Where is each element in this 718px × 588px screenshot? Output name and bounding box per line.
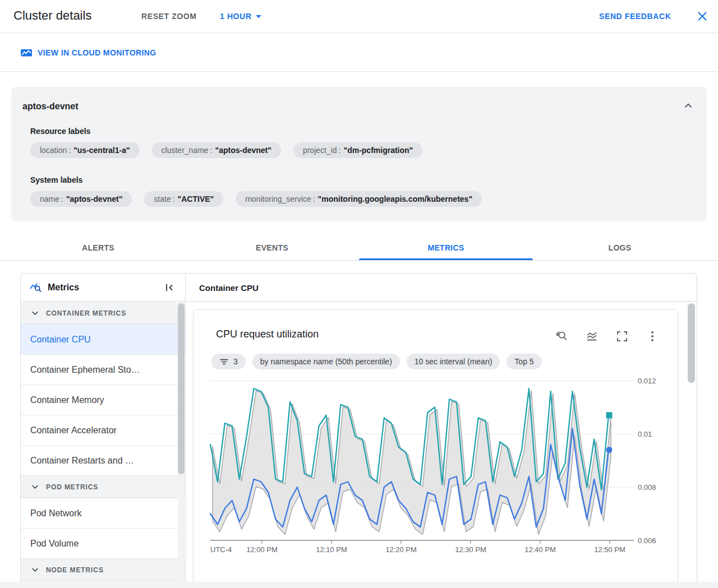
label-value: "monitoring.googleapis.com/kubernetes"	[318, 195, 472, 203]
time-range-label: 1 HOUR	[220, 12, 252, 21]
section-node-metrics[interactable]: NODE METRICS	[21, 559, 185, 581]
label-key: project_id	[303, 146, 337, 155]
resource-label-chip: location:"us-central1-a"	[30, 142, 140, 158]
sidebar-item-container-accelerator[interactable]: Container Accelerator	[21, 415, 185, 446]
main-scrollbar[interactable]	[688, 303, 695, 383]
close-button[interactable]	[694, 8, 710, 24]
cluster-name: aptos-devnet	[22, 101, 79, 112]
sidebar-item-container-cpu[interactable]: Container CPU	[21, 325, 185, 355]
chart-card: CPU request utilization	[193, 309, 678, 588]
selected-metric-title: Container CPU	[199, 283, 259, 293]
collapse-left-icon	[163, 281, 176, 294]
tab-metrics[interactable]: METRICS	[359, 235, 533, 260]
sidebar-item-container-restarts[interactable]: Container Restarts and …	[21, 446, 185, 476]
svg-text:0.012: 0.012	[638, 377, 656, 385]
svg-text:12:30 PM: 12:30 PM	[455, 545, 486, 554]
label-key: name	[40, 195, 59, 203]
close-icon	[694, 8, 710, 24]
label-value: "aptos-devnet"	[66, 195, 122, 203]
section-label: POD METRICS	[46, 483, 98, 491]
svg-text:0.006: 0.006	[638, 536, 656, 545]
tab-events[interactable]: EVENTS	[185, 235, 359, 260]
svg-text:12:40 PM: 12:40 PM	[524, 545, 556, 554]
label-key: state	[154, 195, 171, 203]
chevron-up-icon	[681, 98, 696, 113]
metrics-panel: Metrics CONTAINER METRICS Container CPU …	[20, 273, 697, 588]
label-value: "ACTIVE"	[178, 195, 214, 203]
section-label: NODE METRICS	[46, 566, 104, 574]
main-header: Container CPU	[186, 274, 697, 302]
view-in-cloud-monitoring-link[interactable]: VIEW IN CLOUD MONITORING	[20, 47, 157, 58]
svg-text:12:00 PM: 12:00 PM	[246, 545, 278, 554]
tab-logs[interactable]: LOGS	[533, 235, 707, 260]
collapse-card-button[interactable]	[681, 98, 696, 113]
cpu-utilization-chart[interactable]: 0.0120.010.0080.00612:00 PM12:10 PM12:20…	[194, 310, 678, 588]
label-key: cluster_name	[162, 146, 209, 155]
svg-text:12:20 PM: 12:20 PM	[385, 545, 417, 554]
svg-text:12:10 PM: 12:10 PM	[316, 545, 347, 554]
sidebar-item-container-ephemeral-storage[interactable]: Container Ephemeral Sto…	[21, 355, 185, 385]
svg-text:12:50 PM: 12:50 PM	[594, 545, 625, 554]
metrics-sidebar: Metrics CONTAINER METRICS Container CPU …	[21, 274, 186, 588]
system-label-chip: state:"ACTIVE"	[144, 191, 223, 207]
section-container-metrics[interactable]: CONTAINER METRICS	[21, 302, 185, 325]
tab-bar: ALERTS EVENTS METRICS LOGS	[0, 235, 718, 261]
bottom-strip	[0, 582, 718, 588]
label-key: location	[40, 146, 67, 155]
page-title: Cluster details	[13, 8, 91, 23]
svg-text:UTC-4: UTC-4	[210, 545, 232, 554]
tab-alerts[interactable]: ALERTS	[11, 235, 185, 260]
system-label-chip: monitoring_service:"monitoring.googleapi…	[236, 191, 482, 207]
sidebar-item-pod-network[interactable]: Pod Network	[21, 498, 185, 529]
monitoring-chart-icon	[20, 47, 33, 58]
monitoring-link-label: VIEW IN CLOUD MONITORING	[38, 48, 157, 57]
label-value: "dm-pcfmigration"	[344, 146, 413, 155]
resource-label-chip: cluster_name:"aptos-devnet"	[152, 142, 281, 158]
system-label-chip: name:"aptos-devnet"	[30, 191, 132, 207]
reset-zoom-button[interactable]: RESET ZOOM	[141, 12, 197, 21]
sidebar-list: CONTAINER METRICS Container CPU Containe…	[21, 302, 185, 581]
time-range-dropdown[interactable]: 1 HOUR	[220, 12, 261, 21]
chevron-down-icon	[30, 481, 40, 492]
send-feedback-button[interactable]: SEND FEEDBACK	[599, 12, 671, 21]
label-value: "aptos-devnet"	[215, 146, 271, 155]
chevron-down-icon	[30, 308, 40, 318]
sidebar-header: Metrics	[21, 274, 185, 302]
svg-text:0.008: 0.008	[638, 483, 656, 492]
sidebar-item-pod-volume[interactable]: Pod Volume	[21, 529, 185, 559]
label-key: monitoring_service	[245, 195, 311, 203]
chevron-down-icon	[30, 564, 40, 575]
sidebar-item-container-memory[interactable]: Container Memory	[21, 385, 185, 415]
section-label: CONTAINER METRICS	[46, 309, 126, 317]
collapse-sidebar-button[interactable]	[163, 281, 176, 294]
system-labels-row: name:"aptos-devnet" state:"ACTIVE" monit…	[30, 191, 482, 207]
caret-down-icon	[256, 15, 261, 18]
resource-labels-title: Resource labels	[30, 127, 90, 136]
svg-text:0.01: 0.01	[638, 430, 652, 438]
label-value: "us-central1-a"	[73, 146, 130, 155]
metrics-icon	[29, 281, 43, 297]
resource-label-chip: project_id:"dm-pcfmigration"	[293, 142, 422, 158]
resource-labels-row: location:"us-central1-a" cluster_name:"a…	[30, 142, 422, 158]
section-pod-metrics[interactable]: POD METRICS	[21, 476, 185, 498]
monitoring-row: VIEW IN CLOUD MONITORING	[0, 34, 718, 72]
cluster-details-card: aptos-devnet Resource labels location:"u…	[11, 87, 707, 221]
sidebar-title: Metrics	[48, 283, 79, 293]
header: Cluster details RESET ZOOM 1 HOUR SEND F…	[0, 0, 718, 33]
metrics-main: Container CPU CPU request utilization	[186, 274, 697, 588]
system-labels-title: System labels	[30, 175, 82, 184]
sidebar-scrollbar[interactable]	[178, 303, 185, 474]
